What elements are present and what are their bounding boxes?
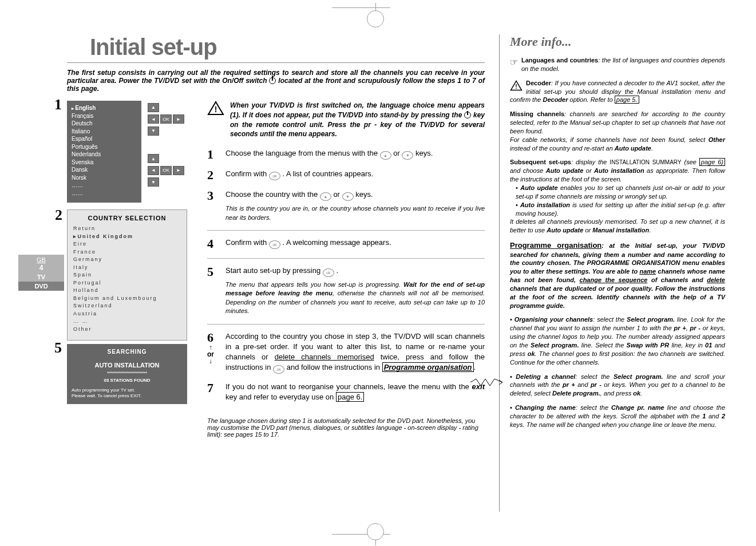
nav-buttons: ▲ ◄OK► ▼ ▲ ◄OK► ▼ xyxy=(147,101,185,187)
ok-key-icon: ok xyxy=(269,240,280,249)
up-key-icon: ▲ xyxy=(320,192,331,201)
step-5-sub: The menu that appears tells you how set-… xyxy=(225,280,485,316)
info-deleting: • Deleting a channel: select the Select … xyxy=(510,373,725,398)
info-programme-org: Programme organisation: at the Initial s… xyxy=(510,240,725,310)
step-6: 6 ↑ or ↓ According to the country you ch… xyxy=(207,331,485,374)
searching-screenshot: 5 SEARCHING AUTO INSTALLATION **********… xyxy=(67,344,187,404)
tab-gb-label: GB xyxy=(37,256,46,263)
searching-msg: Auto programming your TV set. Please wai… xyxy=(72,387,183,399)
step-1: 1 Choose the language from the menus wit… xyxy=(207,148,485,161)
step-7: 7 If you do not want to reorganise your … xyxy=(207,382,485,402)
warning-icon: ! xyxy=(207,101,224,116)
country-menu-screenshot: 2 COUNTRY SELECTION Return United Kingdo… xyxy=(67,209,187,341)
down-key-icon: ▼ xyxy=(402,151,413,160)
info-organising: • Organising your channels: select the S… xyxy=(510,315,725,366)
tab-gb: GB 4 xyxy=(18,255,64,272)
ok-key-icon: ok xyxy=(273,365,284,374)
svg-text:!: ! xyxy=(215,105,217,114)
step-marker-5: 5 xyxy=(54,339,62,357)
ok-key-icon: ok xyxy=(323,268,334,277)
step-marker-1: 1 xyxy=(54,96,62,113)
step-3-sub: This is the country you are in, or the c… xyxy=(225,204,485,222)
svg-text:!: ! xyxy=(515,83,517,89)
country-list: Return United Kingdom Eire France German… xyxy=(73,225,181,333)
crop-mark xyxy=(367,523,384,540)
step-5: 5 Start auto set-up by pressing ok . The… xyxy=(207,266,485,316)
progress-dots: ******************** xyxy=(72,370,183,376)
ok-key-icon: ok xyxy=(269,172,280,180)
down-key-icon: ▼ xyxy=(342,192,354,201)
info-subsequent: Subsequent set-ups: display the INSTALLA… xyxy=(510,158,725,235)
final-note: The language chosen during step 1 is aut… xyxy=(207,417,485,438)
stations-found: 03 STATIONS FOUND xyxy=(72,378,183,383)
intro-text: The first setup consists in carrying out… xyxy=(67,69,485,93)
info-changing-name: • Changing the name: select the Change p… xyxy=(510,403,725,429)
right-icon: ► xyxy=(173,114,184,124)
side-tab: GB 4 TV DVD xyxy=(18,255,64,291)
up-key-icon: ▲ xyxy=(380,151,391,160)
auto-install-label: AUTO INSTALLATION xyxy=(72,362,183,369)
page-6-link: page 6. xyxy=(336,392,364,402)
manual-page: GB 4 TV DVD Initial set-up The first set… xyxy=(18,34,738,512)
page-6-link: page 6) xyxy=(699,158,725,166)
screenshots-column: 1 English Français Deutsch Italiano Espa… xyxy=(67,101,196,447)
down-icon: ▼ xyxy=(148,126,159,136)
language-menu-screenshot: 1 English Français Deutsch Italiano Espa… xyxy=(67,101,187,203)
page-title: Initial set-up xyxy=(90,34,485,60)
left-icon: ◄ xyxy=(148,166,159,175)
steps-column: ! When your TV/DVD is first switched on,… xyxy=(196,101,485,447)
info-decoder: ! Decoder: If you have connected a decod… xyxy=(510,79,725,105)
power-icon xyxy=(464,112,471,118)
separator xyxy=(207,258,485,259)
country-title: COUNTRY SELECTION xyxy=(73,215,181,221)
more-info-column: More info... ☞ Languages and countries: … xyxy=(499,34,725,512)
ok-button: OK xyxy=(160,114,172,124)
left-icon: ◄ xyxy=(148,114,159,124)
searching-title: SEARCHING xyxy=(72,349,183,355)
hand-icon: ☞ xyxy=(510,56,518,69)
info-languages: ☞ Languages and countries: the list of l… xyxy=(510,56,725,73)
more-info-title: More info... xyxy=(510,34,725,49)
power-icon xyxy=(269,77,276,84)
separator xyxy=(207,324,485,325)
up-icon: ▲ xyxy=(148,154,159,163)
right-icon: ► xyxy=(173,166,184,175)
info-missing: Missing channels: channels are searched … xyxy=(510,110,725,152)
note-text: When your TV/DVD is first switched on, t… xyxy=(230,101,485,139)
page-5-link: page 5. xyxy=(615,96,639,104)
crop-mark xyxy=(367,10,384,27)
tab-tv: TV xyxy=(18,272,64,282)
up-icon: ▲ xyxy=(148,103,159,112)
prog-org-link: Programme organisation xyxy=(384,363,472,371)
tab-dvd: DVD xyxy=(18,282,64,291)
main-column: Initial set-up The first setup consists … xyxy=(67,34,499,512)
down-arrow-icon: ↓ xyxy=(209,357,212,365)
ok-button: OK xyxy=(160,166,172,175)
language-list: English Français Deutsch Italiano Españo… xyxy=(67,101,141,203)
step-4: 4 Confirm with ok . A welcoming message … xyxy=(207,238,485,250)
connector-arrow xyxy=(469,377,504,388)
step-marker-2: 2 xyxy=(55,207,62,224)
separator xyxy=(207,230,485,231)
warning-icon: ! xyxy=(510,80,523,93)
note-box: ! When your TV/DVD is first switched on,… xyxy=(207,101,485,139)
tab-page-number: 4 xyxy=(39,264,43,272)
step-2: 2 Confirm with ok . A list of countries … xyxy=(207,169,485,181)
step-6-7: 6 ↑ or ↓ According to the country you ch… xyxy=(207,331,485,411)
down-icon: ▼ xyxy=(148,177,159,187)
crop-mark xyxy=(332,7,390,8)
step-3: 3 Choose the country with the ▲ or ▼ key… xyxy=(207,189,485,222)
